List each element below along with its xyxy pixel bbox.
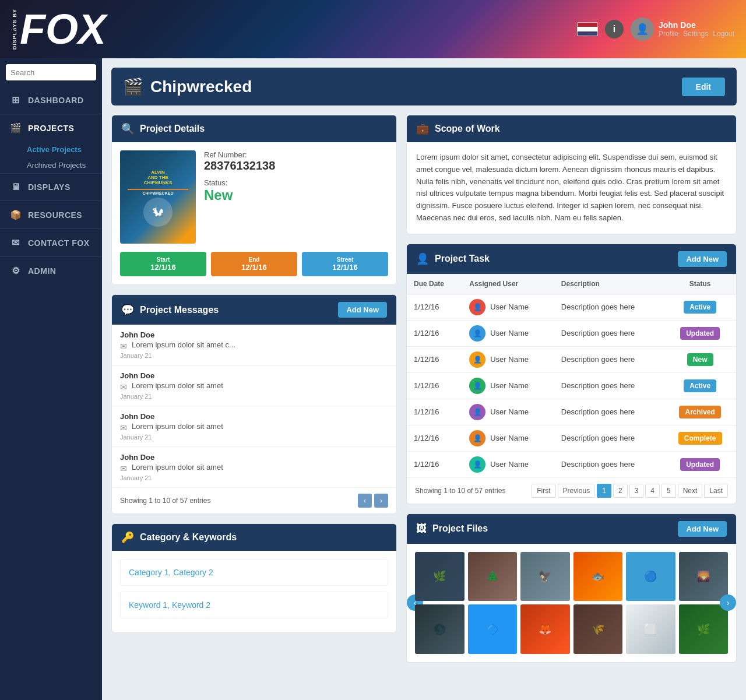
status-cell: New [664, 346, 736, 372]
file-thumbnail[interactable]: 🐟 [573, 552, 623, 601]
status-value: New [204, 187, 388, 203]
sidebar-item-contact-fox[interactable]: ✉ CONTACT FOX [0, 229, 102, 256]
file-thumbnail[interactable]: 🌿 [415, 552, 465, 601]
task-page-3-button[interactable]: 3 [629, 484, 644, 498]
sidebar-item-admin[interactable]: ⚙ ADMIN [0, 257, 102, 284]
top-header: DISPLAYS BY FOX i 👤 John Doe Profile Set… [0, 0, 746, 58]
table-row: 1/12/16 👤 User Name Description goes her… [407, 320, 736, 346]
user-name-cell: User Name [490, 407, 529, 416]
user-thumb: 👤 [469, 325, 485, 342]
admin-icon: ⚙ [9, 265, 22, 276]
user-thumb: 👤 [469, 404, 485, 420]
scope-of-work-card: 💼 Scope of Work Lorem ipsum dolor sit am… [406, 115, 737, 234]
due-date-cell: 1/12/16 [407, 425, 462, 451]
file-thumbnail[interactable]: 🦊 [520, 604, 570, 654]
description-cell: Description goes here [554, 425, 664, 451]
message-row: ✉ Lorem ipsum dolor sit amet [120, 422, 388, 432]
project-details-card: 🔍 Project Details ALVINAND THECHIPMUNKS … [111, 115, 397, 285]
message-date: January 21 [120, 474, 388, 481]
task-next-button[interactable]: Next [678, 484, 703, 498]
logout-link[interactable]: Logout [713, 30, 734, 38]
messages-add-new-button[interactable]: Add New [338, 302, 387, 318]
file-thumbnail[interactable]: 🌄 [679, 552, 729, 601]
sidebar-item-displays[interactable]: 🖥 DISPLAYS [0, 174, 102, 200]
file-thumbnail[interactable]: 🦅 [520, 552, 570, 601]
message-sender: John Doe [120, 453, 388, 462]
street-value: 12/1/16 [305, 263, 385, 272]
due-date-cell: 1/12/16 [407, 399, 462, 425]
message-item: John Doe ✉ Lorem ipsum dolor sit amet Ja… [112, 447, 396, 488]
page-title: Chipwrecked [150, 78, 252, 96]
category-body: Category 1, Category 2 Keyword 1, Keywor… [112, 551, 396, 632]
sidebar-item-dashboard[interactable]: ⊞ DASHBOARD [0, 86, 102, 114]
project-messages-title: Project Messages [140, 305, 219, 315]
project-meta: Ref Number: 28376132138 Status: New [204, 150, 388, 244]
file-thumbnail[interactable]: 🔵 [626, 552, 675, 601]
end-value: 12/1/16 [214, 263, 294, 272]
project-task-header: 👤 Project Task Add New [407, 244, 736, 274]
search-input[interactable] [6, 65, 96, 80]
file-thumbnail[interactable]: 🔷 [468, 604, 518, 654]
project-messages-card: 💬 Project Messages Add New John Doe ✉ Lo… [111, 294, 397, 514]
sidebar-item-resources[interactable]: 📦 RESOURCES [0, 201, 102, 228]
start-date-button[interactable]: Start 12/1/16 [120, 252, 206, 276]
profile-link[interactable]: Profile [659, 30, 678, 38]
start-value: 12/1/16 [124, 263, 203, 272]
file-thumbnail[interactable]: 🌲 [468, 552, 518, 601]
message-item: John Doe ✉ Lorem ipsum dolor sit amet Ja… [112, 365, 396, 406]
message-date: January 21 [120, 434, 388, 441]
status-badge: Complete [678, 432, 722, 445]
due-date-cell: 1/12/16 [407, 451, 462, 477]
file-thumbnail[interactable]: 🌿 [679, 604, 729, 654]
envelope-icon: ✉ [120, 342, 127, 351]
info-icon[interactable]: i [605, 20, 624, 38]
ref-label: Ref Number: [204, 150, 388, 159]
task-add-new-button[interactable]: Add New [678, 251, 727, 267]
scope-header: 💼 Scope of Work [407, 115, 736, 142]
user-name-cell: User Name [490, 381, 529, 390]
category-keywords-header: 🔑 Category & Keywords [112, 524, 396, 551]
assigned-user-cell: 👤 User Name [462, 372, 554, 399]
due-date-cell: 1/12/16 [407, 346, 462, 372]
file-thumbnail[interactable]: 🌾 [573, 604, 623, 654]
task-page-2-button[interactable]: 2 [613, 484, 628, 498]
task-page-5-button[interactable]: 5 [661, 484, 676, 498]
due-date-cell: 1/12/16 [407, 294, 462, 320]
briefcase-icon: 💼 [416, 122, 429, 135]
sidebar-subitem-archived-projects[interactable]: Archived Projects [0, 157, 102, 173]
flag-icon[interactable] [577, 22, 598, 36]
file-thumbnail[interactable]: ⬜ [626, 604, 675, 654]
task-prev-button[interactable]: Previous [558, 484, 596, 498]
sidebar-item-projects[interactable]: 🎬 PROJECTS [0, 114, 102, 142]
two-col-layout: 🔍 Project Details ALVINAND THECHIPMUNKS … [111, 115, 737, 672]
message-row: ✉ Lorem ipsum dolor sit amet [120, 381, 388, 392]
status-cell: Active [664, 372, 736, 399]
table-row: 1/12/16 👤 User Name Description goes her… [407, 451, 736, 477]
edit-button[interactable]: Edit [682, 78, 725, 96]
task-page-4-button[interactable]: 4 [645, 484, 660, 498]
messages-pagination-text: Showing 1 to 10 of 57 entries [120, 497, 210, 505]
files-next-button[interactable]: › [720, 595, 736, 611]
file-thumbnail[interactable]: 🌑 [415, 604, 465, 654]
description-cell: Description goes here [554, 451, 664, 477]
dashboard-icon: ⊞ [9, 94, 22, 105]
messages-prev-button[interactable]: ‹ [358, 494, 372, 508]
category-item: Category 1, Category 2 [120, 559, 388, 586]
messages-next-button[interactable]: › [374, 494, 388, 508]
task-pagination-bar: Showing 1 to 10 of 57 entries First Prev… [407, 478, 736, 504]
due-date-cell: 1/12/16 [407, 372, 462, 399]
task-last-button[interactable]: Last [704, 484, 728, 498]
sidebar-item-label: ADMIN [28, 266, 56, 276]
user-thumb: 👤 [469, 378, 485, 394]
street-date-button[interactable]: Street 12/1/16 [302, 252, 388, 276]
files-add-new-button[interactable]: Add New [678, 521, 727, 537]
sidebar-subitem-active-projects[interactable]: Active Projects [0, 142, 102, 157]
settings-link[interactable]: Settings [683, 30, 708, 38]
status-cell: Updated [664, 320, 736, 346]
task-first-button[interactable]: First [532, 484, 555, 498]
page-title-bar: 🎬 Chipwrecked Edit [111, 68, 737, 105]
message-text: Lorem ipsum dolor sit amet c... [132, 340, 235, 349]
files-container: ‹ 🌿 🌲 🦅 🐟 🔵 🌄 🌑 🔷 🦊 🌾 ⬜ 🌿 [415, 552, 728, 654]
end-date-button[interactable]: End 12/1/16 [211, 252, 297, 276]
task-page-1-button[interactable]: 1 [597, 484, 611, 498]
